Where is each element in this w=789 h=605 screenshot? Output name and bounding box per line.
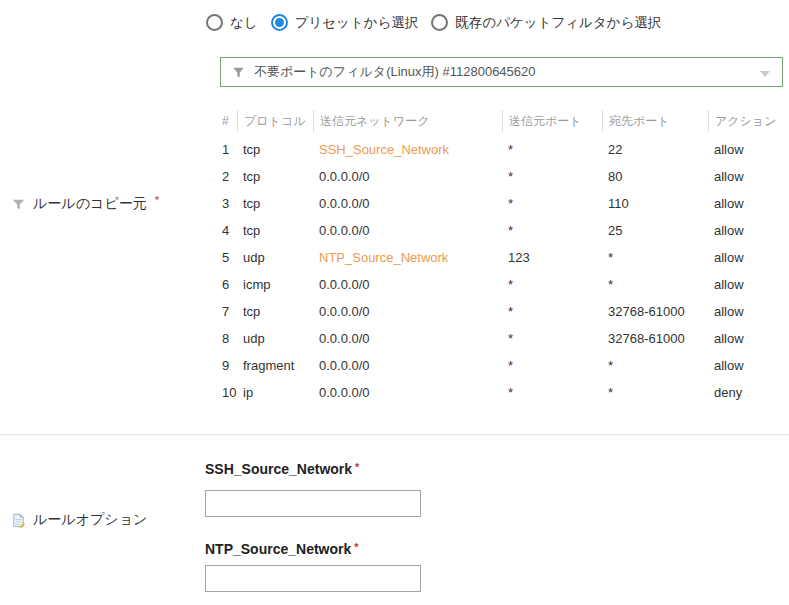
cell-source-port: * [502,223,602,238]
cell-action: deny [708,385,783,400]
cell-num: 4 [220,223,237,238]
required-mark: * [354,541,358,553]
cell-dest-port: * [602,250,708,265]
cell-source-port: * [502,331,602,346]
cell-num: 6 [220,277,237,292]
cell-num: 3 [220,196,237,211]
cell-action: allow [708,250,783,265]
section-divider [0,434,789,435]
ntp-source-network-input[interactable] [205,565,421,592]
field-label-text: NTP_Source_Network [205,541,351,557]
table-row: 10 ip 0.0.0.0/0 * * deny [220,379,783,406]
cell-dest-port: 22 [602,142,708,157]
rule-table-header: # プロトコル 送信元ネットワーク 送信元ポート 宛先ポート アクション [220,106,783,136]
cell-protocol: udp [237,331,313,346]
cell-protocol: tcp [237,304,313,319]
radio-option-label: プリセットから選択 [295,14,419,31]
radio-icon [206,14,223,31]
cell-source-port: * [502,358,602,373]
column-header-num: # [220,110,237,132]
cell-action: allow [708,196,783,211]
cell-num: 9 [220,358,237,373]
table-row: 7 tcp 0.0.0.0/0 * 32768-61000 allow [220,298,783,325]
cell-num: 10 [220,385,237,400]
radio-option-none[interactable]: なし [206,14,258,31]
rule-source-radio-group: なし プリセットから選択 既存のパケットフィルタから選択 [206,14,661,31]
cell-num: 5 [220,250,237,265]
cell-dest-port: * [602,385,708,400]
ntp-source-network-label: NTP_Source_Network* [205,541,359,557]
column-header-source-network: 送信元ネットワーク [313,110,502,132]
cell-source-network: 0.0.0.0/0 [313,358,502,373]
cell-action: allow [708,331,783,346]
cell-dest-port: 32768-61000 [602,331,708,346]
ssh-source-network-input[interactable] [205,490,421,517]
field-label-text: SSH_Source_Network [205,461,352,477]
cell-source-network: 0.0.0.0/0 [313,196,502,211]
cell-source-network: 0.0.0.0/0 [313,331,502,346]
cell-dest-port: 80 [602,169,708,184]
radio-option-label: 既存のパケットフィルタから選択 [455,14,661,31]
rule-table: # プロトコル 送信元ネットワーク 送信元ポート 宛先ポート アクション 1 t… [220,106,783,406]
cell-protocol: fragment [237,358,313,373]
table-row: 6 icmp 0.0.0.0/0 * * allow [220,271,783,298]
table-row: 8 udp 0.0.0.0/0 * 32768-61000 allow [220,325,783,352]
table-row: 1 tcp SSH_Source_Network * 22 allow [220,136,783,163]
cell-action: allow [708,358,783,373]
cell-source-port: * [502,304,602,319]
ssh-source-network-label: SSH_Source_Network* [205,461,359,477]
cell-source-port: * [502,169,602,184]
cell-protocol: tcp [237,223,313,238]
rule-table-body: 1 tcp SSH_Source_Network * 22 allow 2 tc… [220,136,783,406]
cell-action: allow [708,277,783,292]
cell-num: 8 [220,331,237,346]
cell-protocol: tcp [237,196,313,211]
table-row: 2 tcp 0.0.0.0/0 * 80 allow [220,163,783,190]
table-row: 3 tcp 0.0.0.0/0 * 110 allow [220,190,783,217]
cell-num: 7 [220,304,237,319]
cell-dest-port: * [602,358,708,373]
cell-source-port: * [502,142,602,157]
cell-num: 2 [220,169,237,184]
radio-icon [271,14,288,31]
radio-option-existing-filter[interactable]: 既存のパケットフィルタから選択 [431,14,661,31]
table-row: 9 fragment 0.0.0.0/0 * * allow [220,352,783,379]
cell-source-network: NTP_Source_Network [313,250,502,265]
preset-filter-select[interactable]: 不要ポートのフィルタ(Linux用) #112800645620 [220,57,783,87]
column-header-source-port: 送信元ポート [502,110,602,132]
rule-options-label-text: ルールオプション [33,511,147,529]
preset-filter-select-value: 不要ポートのフィルタ(Linux用) #112800645620 [254,63,536,81]
cell-action: allow [708,142,783,157]
column-header-protocol: プロトコル [237,110,313,132]
radio-option-label: なし [230,14,258,31]
radio-option-preset[interactable]: プリセットから選択 [271,14,419,31]
cell-protocol: icmp [237,277,313,292]
required-mark: * [355,461,359,473]
cell-protocol: udp [237,250,313,265]
cell-dest-port: 25 [602,223,708,238]
copy-source-label-text: ルールのコピー元 [33,195,147,213]
table-row: 5 udp NTP_Source_Network 123 * allow [220,244,783,271]
cell-source-port: * [502,277,602,292]
cell-source-port: 123 [502,250,602,265]
cell-source-network: SSH_Source_Network [313,142,502,157]
packet-filter-icon [10,196,26,212]
radio-icon [431,14,448,31]
cell-source-port: * [502,385,602,400]
cell-protocol: tcp [237,169,313,184]
cell-dest-port: 32768-61000 [602,304,708,319]
cell-source-network: 0.0.0.0/0 [313,169,502,184]
cell-action: allow [708,223,783,238]
cell-source-network: 0.0.0.0/0 [313,304,502,319]
rule-options-label: ルールオプション [10,511,147,529]
column-header-dest-port: 宛先ポート [602,110,708,132]
cell-protocol: ip [237,385,313,400]
packet-filter-form: なし プリセットから選択 既存のパケットフィルタから選択 不要ポートのフィルタ(… [0,0,789,605]
copy-source-label: ルールのコピー元 * [10,195,159,213]
document-edit-icon [10,512,26,528]
cell-source-port: * [502,196,602,211]
cell-action: allow [708,169,783,184]
cell-dest-port: 110 [602,196,708,211]
cell-protocol: tcp [237,142,313,157]
required-mark: * [155,194,159,206]
